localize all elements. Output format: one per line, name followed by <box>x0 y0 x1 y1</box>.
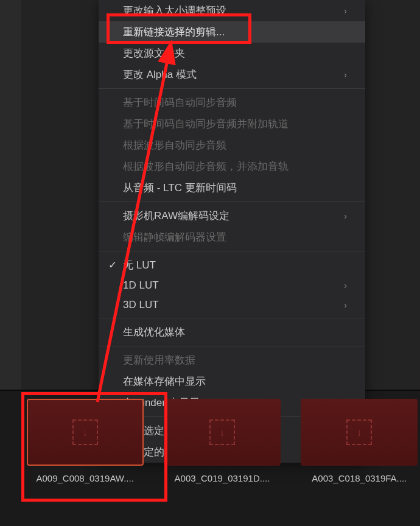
chevron-right-icon: › <box>344 70 347 80</box>
menu-item-label: 重新链接选择的剪辑... <box>123 25 225 39</box>
menu-item[interactable]: 在媒体存储中显示 <box>99 371 365 392</box>
menu-item[interactable]: 重新链接选择的剪辑... <box>99 21 365 43</box>
chevron-right-icon: › <box>344 300 347 310</box>
menu-item[interactable]: ✓无 LUT <box>99 254 365 276</box>
media-clip-item[interactable]: A003_C019_03191D.... <box>161 399 282 483</box>
thumbnails-area: A009_C008_0319AW....A003_C019_03191D....… <box>24 399 420 483</box>
menu-item-label: 更改 Alpha 模式 <box>123 68 197 82</box>
menu-item-label: 更新使用率数据 <box>123 353 195 367</box>
offline-media-icon <box>72 419 98 445</box>
menu-item: 编辑静帧编解码器设置 <box>99 226 365 248</box>
menu-item-label: 3D LUT <box>123 299 159 311</box>
menu-item: 基于时间码自动同步音频并附加轨道 <box>99 113 365 135</box>
media-clip-item[interactable]: A009_C008_0319AW.... <box>24 399 145 483</box>
menu-item-label: 编辑静帧编解码器设置 <box>123 230 226 244</box>
media-clip-label: A003_C018_0319FA.... <box>299 473 420 483</box>
menu-divider <box>99 202 365 202</box>
menu-divider <box>99 318 365 318</box>
menu-item[interactable]: 从音频 - LTC 更新时间码 <box>99 177 365 198</box>
menu-item-label: 生成优化媒体 <box>123 325 185 339</box>
menu-item-label: 基于时间码自动同步音频 <box>123 96 237 110</box>
menu-item-label: 基于时间码自动同步音频并附加轨道 <box>123 117 289 131</box>
menu-item[interactable]: 摄影机RAW编解码设定› <box>99 205 365 226</box>
menu-divider <box>99 251 365 251</box>
media-clip-thumbnail[interactable] <box>164 399 281 466</box>
context-menu: 更改输入大小调整预设›重新链接选择的剪辑...更改源文件夹更改 Alpha 模式… <box>99 0 365 463</box>
menu-item-label: 摄影机RAW编解码设定 <box>123 209 229 223</box>
chevron-right-icon: › <box>344 6 347 16</box>
menu-item[interactable]: 更改输入大小调整预设› <box>99 0 365 21</box>
menu-item-label: 无 LUT <box>123 258 156 272</box>
menu-item: 更新使用率数据 <box>99 349 365 371</box>
menu-item: 根据波形自动同步音频，并添加音轨 <box>99 156 365 177</box>
media-clip-label: A003_C019_03191D.... <box>161 473 282 483</box>
menu-item: 根据波形自动同步音频 <box>99 135 365 156</box>
menu-item-label: 根据波形自动同步音频，并添加音轨 <box>123 160 289 174</box>
menu-item[interactable]: 3D LUT› <box>99 295 365 315</box>
menu-divider <box>99 88 365 89</box>
menu-item[interactable]: 1D LUT› <box>99 276 365 295</box>
media-clip-thumbnail[interactable] <box>27 399 144 466</box>
menu-item-label: 更改输入大小调整预设 <box>123 4 226 18</box>
menu-item[interactable]: 更改源文件夹 <box>99 43 365 64</box>
sidebar-stripe <box>0 0 21 390</box>
menu-item-label: 从音频 - LTC 更新时间码 <box>123 181 237 195</box>
chevron-right-icon: › <box>344 281 347 290</box>
checkmark-icon: ✓ <box>108 259 117 272</box>
menu-item-label: 1D LUT <box>123 279 159 292</box>
menu-item-label: 在媒体存储中显示 <box>123 374 206 388</box>
menu-item[interactable]: 更改 Alpha 模式› <box>99 64 365 85</box>
menu-item-label: 更改源文件夹 <box>123 46 185 60</box>
menu-item: 基于时间码自动同步音频 <box>99 92 365 113</box>
offline-media-icon <box>209 419 235 445</box>
menu-item-label: 根据波形自动同步音频 <box>123 138 226 152</box>
menu-divider <box>99 346 365 346</box>
menu-item[interactable]: 生成优化媒体 <box>99 321 365 343</box>
chevron-right-icon: › <box>344 211 347 221</box>
media-clip-thumbnail[interactable] <box>301 399 418 466</box>
offline-media-icon <box>346 419 372 445</box>
media-clip-item[interactable]: A003_C018_0319FA.... <box>299 399 420 483</box>
media-clip-label: A009_C008_0319AW.... <box>24 473 145 483</box>
